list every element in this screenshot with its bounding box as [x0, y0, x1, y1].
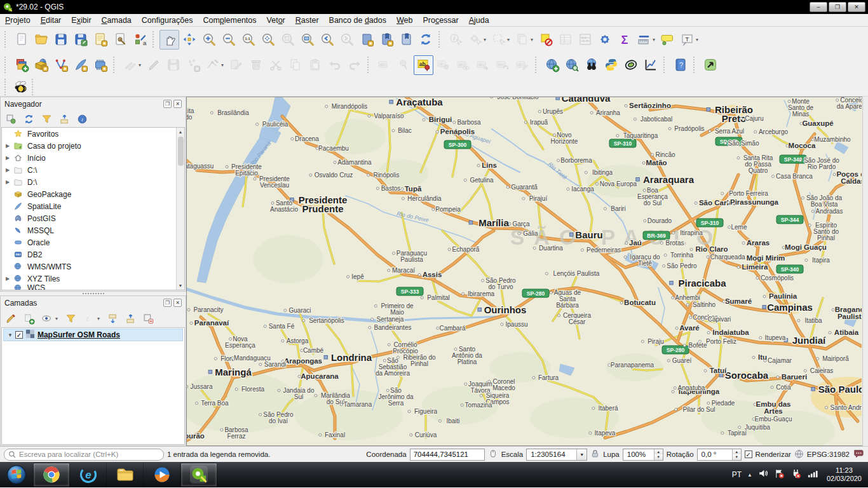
add-spatialite-layer-button[interactable] [71, 55, 90, 75]
browser-float-button[interactable]: ❐ [163, 100, 172, 108]
filter-by-expression-dropdown[interactable]: ▾ [97, 316, 102, 322]
manage-map-themes-dropdown[interactable]: ▾ [55, 316, 60, 322]
taskbar-chrome[interactable] [33, 463, 70, 487]
menu-vetor[interactable]: Vetor [262, 15, 290, 26]
save-project-as-button[interactable] [71, 30, 90, 50]
menu-projeto[interactable]: Projeto [0, 15, 36, 26]
browser-item-in-cio[interactable]: ▶Início [2, 152, 184, 164]
save-project-button[interactable] [51, 30, 71, 50]
taskbar-qgis[interactable] [180, 463, 217, 487]
open-layer-styling-button[interactable] [3, 311, 18, 326]
style-manager-button[interactable]: a [130, 30, 149, 50]
plot-tool-button[interactable] [641, 55, 660, 75]
menu-complementos[interactable]: Complementos [198, 15, 261, 26]
pan-map-button[interactable] [159, 30, 179, 50]
zoom-in-button[interactable] [199, 30, 219, 50]
manage-map-themes-button[interactable] [39, 311, 54, 326]
browser-item-xyz-tiles[interactable]: ▶XYZ Tiles [2, 273, 184, 285]
taskbar-explorer[interactable] [107, 462, 144, 487]
browser-item-wcs[interactable]: WCS [2, 285, 184, 290]
browser-item-favoritos[interactable]: Favoritos [2, 128, 184, 140]
processing-toolbox-button[interactable] [595, 30, 614, 50]
layout-manager-button[interactable] [110, 30, 130, 50]
lock-scale-icon[interactable] [590, 449, 600, 460]
zoom-out-button[interactable] [219, 30, 238, 50]
layer-visibility-checkbox[interactable]: ✓ [15, 331, 23, 339]
browser-item-c-[interactable]: ▶C:\ [2, 164, 184, 176]
menu-configurações[interactable]: Configurações [137, 15, 198, 26]
scale-combo[interactable]: 1:2305164▼ [526, 449, 587, 461]
collapse-all-layers-button[interactable] [123, 311, 138, 326]
properties-widget-button[interactable]: i [74, 111, 90, 126]
browser-item-wms-wmts[interactable]: WMS/WMTS [2, 261, 184, 273]
profile-tool-button[interactable] [621, 55, 641, 75]
magnifier-spinner[interactable]: 100%▲▼ [623, 449, 663, 461]
locator-input[interactable]: Escreva para localizar (Ctrl+K) [4, 449, 164, 461]
refresh-map-button[interactable] [416, 30, 435, 50]
browser-item-geopackage[interactable]: GeoPackage [2, 188, 184, 200]
layer-item[interactable]: ▼✓MapSurfer OSM Roads [3, 329, 183, 341]
show-statistics-button[interactable]: Σ [614, 30, 634, 50]
help-contents-button[interactable]: ? [670, 55, 690, 75]
layers-float-button[interactable]: ❐ [163, 299, 172, 307]
browser-item-d-[interactable]: ▶D:\ [2, 176, 184, 188]
remove-layer-button[interactable] [140, 311, 156, 326]
new-print-layout-button[interactable] [90, 30, 110, 50]
collapse-all-button[interactable] [57, 111, 72, 126]
text-annotation-button[interactable]: T [677, 30, 697, 50]
zoom-to-layer-button[interactable] [297, 30, 317, 50]
quickmap-services-button[interactable] [700, 55, 720, 75]
start-button[interactable] [0, 462, 33, 487]
browser-item-db2[interactable]: DB2DB2 [2, 248, 184, 261]
zoom-last-button[interactable] [317, 30, 337, 50]
browser-item-casa-do-projeto[interactable]: ▶Casa do projeto [2, 140, 184, 152]
filter-browser-button[interactable] [39, 111, 54, 126]
add-vector-layer-button[interactable] [31, 55, 51, 75]
browser-item-oracle[interactable]: Oracle [2, 236, 184, 248]
layers-close-button[interactable]: ✕ [173, 299, 182, 307]
action-center-icon[interactable] [774, 468, 785, 482]
map-tips-button[interactable] [658, 30, 677, 50]
open-project-button[interactable] [31, 30, 51, 50]
show-hidden-icons[interactable]: ▲ [747, 472, 752, 478]
browser-scrollbar[interactable]: ▲▼ [176, 128, 184, 290]
browser-close-button[interactable]: ✕ [173, 100, 182, 108]
taskbar-wmp[interactable] [144, 462, 180, 487]
browser-item-spatialite[interactable]: SpatiaLite [2, 200, 184, 212]
layer-name[interactable]: MapSurfer OSM Roads [37, 330, 120, 339]
menu-banco-de-dados[interactable]: Banco de dados [324, 15, 391, 26]
rotation-spinner[interactable]: 0,0 °▲▼ [697, 449, 742, 461]
messages-icon[interactable] [853, 449, 864, 460]
browser-item-postgis[interactable]: PostGIS [2, 212, 184, 224]
menu-camada[interactable]: Camada [97, 15, 137, 26]
add-selected-layers-button[interactable] [3, 111, 18, 126]
expand-all-button[interactable] [105, 311, 120, 326]
python-console-button[interactable] [601, 55, 621, 75]
taskbar-ie[interactable]: e [70, 462, 107, 487]
menu-editar[interactable]: Editar [36, 15, 67, 26]
data-source-manager-button[interactable] [11, 55, 31, 75]
coordinate-input[interactable]: 704444,7345121 [410, 449, 485, 461]
layer-labeling-options-button[interactable]: ab [414, 55, 433, 75]
clock[interactable]: 11:23 02/03/2020 [824, 466, 862, 483]
menu-raster[interactable]: Raster [290, 15, 324, 26]
add-vector-button[interactable] [51, 55, 71, 75]
add-group-button[interactable] [21, 311, 36, 326]
new-project-button[interactable] [11, 30, 31, 50]
menu-processar[interactable]: Processar [417, 15, 463, 26]
browser-item-mssql[interactable]: MSSQL [2, 224, 184, 236]
web-service-search-button[interactable] [562, 55, 581, 75]
maximize-button[interactable]: ❐ [829, 2, 846, 12]
extent-toggle-icon[interactable] [488, 449, 498, 460]
map-canvas[interactable]: SÃO PAULORio ParanáRio AguapeíRio do Pei… [186, 97, 862, 446]
add-raster-layer-button[interactable] [90, 55, 110, 75]
bee-plugin-button[interactable] [11, 78, 29, 95]
power-icon[interactable] [790, 468, 801, 482]
zoom-native-button[interactable]: 1:1 [238, 30, 258, 50]
menu-web[interactable]: Web [391, 15, 417, 26]
menu-ajuda[interactable]: Ajuda [464, 15, 494, 26]
bookmark-manager-button[interactable] [396, 30, 416, 50]
crs-value[interactable]: EPSG:31982 [807, 451, 850, 458]
zoom-full-button[interactable] [258, 30, 278, 50]
minimize-button[interactable]: – [810, 2, 827, 12]
